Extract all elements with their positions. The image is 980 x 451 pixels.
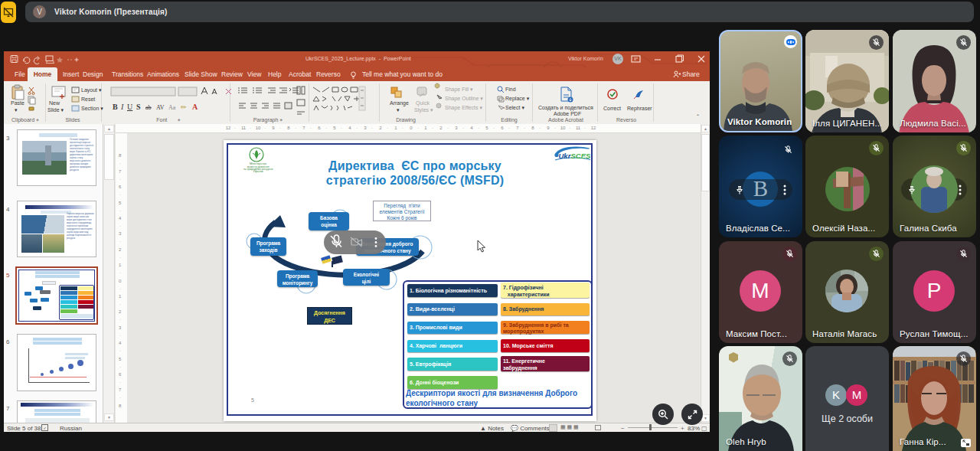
- svg-text:B: B: [113, 103, 118, 111]
- svg-text:Rephraser: Rephraser: [627, 106, 652, 112]
- svg-text:▾: ▾: [397, 107, 400, 113]
- svg-text:ab: ab: [145, 104, 152, 111]
- svg-text:Find: Find: [505, 87, 516, 92]
- svg-text:A: A: [192, 103, 198, 111]
- svg-text:Slide ▾: Slide ▾: [47, 107, 64, 113]
- svg-text:SCES: SCES: [571, 152, 592, 160]
- svg-text:Shape Effects ▾: Shape Effects ▾: [445, 105, 482, 111]
- svg-text:▾: ▾: [15, 107, 18, 113]
- svg-text:Aa: Aa: [168, 104, 176, 111]
- svg-text:Select ▾: Select ▾: [505, 105, 524, 110]
- svg-text:Adobe PDF: Adobe PDF: [554, 111, 581, 116]
- svg-text:U: U: [127, 103, 133, 111]
- svg-text:Quick: Quick: [416, 100, 430, 106]
- svg-text:Styles ▾: Styles ▾: [414, 107, 433, 113]
- svg-text:Section ▾: Section ▾: [81, 106, 103, 111]
- svg-text:Correct: Correct: [603, 106, 621, 111]
- svg-text:I: I: [120, 103, 124, 111]
- svg-text:AV: AV: [156, 104, 165, 111]
- svg-text:Shape Fill ▾: Shape Fill ▾: [445, 87, 473, 93]
- svg-text:S: S: [136, 103, 141, 111]
- svg-text:Replace ▾: Replace ▾: [505, 96, 530, 102]
- svg-text:Shape Outline ▾: Shape Outline ▾: [445, 96, 483, 102]
- svg-text:Ukr: Ukr: [559, 152, 572, 160]
- svg-text:New: New: [49, 100, 60, 106]
- svg-text:Reset: Reset: [81, 96, 95, 102]
- svg-text:Создать и поделиться: Создать и поделиться: [538, 105, 593, 111]
- svg-text:Paste: Paste: [11, 100, 24, 106]
- svg-text:Layout ▾: Layout ▾: [81, 87, 102, 93]
- svg-text:✏: ✏: [181, 103, 187, 111]
- svg-text:Arrange: Arrange: [390, 100, 409, 106]
